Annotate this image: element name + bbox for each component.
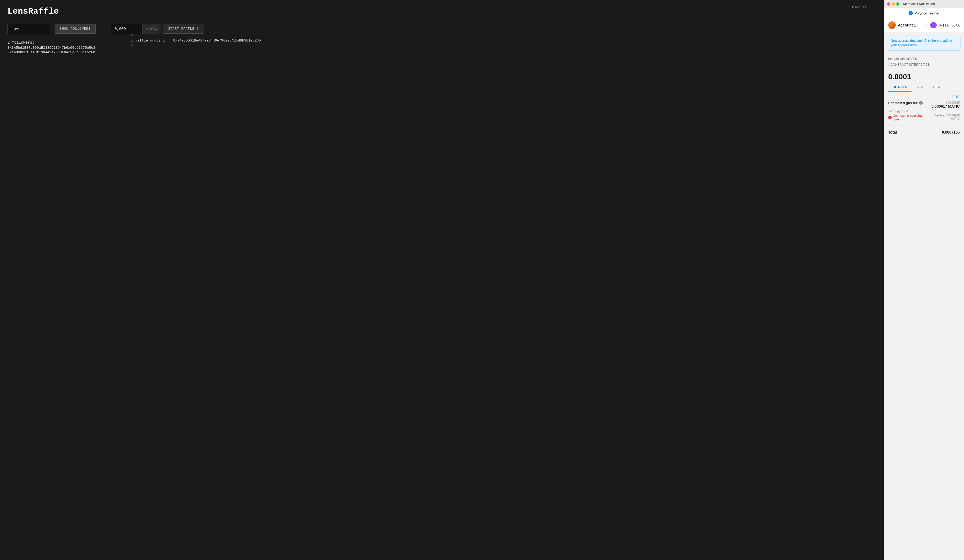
new-address-banner[interactable]: New address detected! Click here to add … bbox=[887, 36, 961, 50]
site-info: http://localhost:3000 CONTRACT INTERACTI… bbox=[884, 54, 964, 69]
show-followers-button[interactable]: SHOW FOLLOWERS bbox=[55, 24, 96, 34]
tab-details[interactable]: DETAILS bbox=[888, 82, 912, 91]
bullet-icon-1 bbox=[131, 34, 134, 36]
warning-icon: ! bbox=[888, 116, 892, 119]
arrow-icon: → bbox=[924, 23, 928, 28]
raffle-amount-input[interactable] bbox=[111, 24, 143, 34]
close-dot[interactable] bbox=[887, 2, 891, 6]
raffle-status-text: Raffle ongoing... 0xa408DDD1BeA8f798449e… bbox=[135, 39, 261, 42]
gas-fee-row: Estimated gas fee i 0.0006165 0.000617 M… bbox=[888, 101, 960, 108]
total-row: Total 0.0007165 bbox=[888, 130, 960, 134]
gas-fee-label: Estimated gas fee i bbox=[888, 101, 923, 105]
metamask-account-row[interactable]: Account 1 → 0x11A...054A bbox=[884, 18, 964, 33]
metamask-title: MetaMask Notification bbox=[903, 2, 935, 6]
new-address-text: New address detected! Click here to add … bbox=[891, 39, 957, 48]
start-raffle-button[interactable]: START RAFFLE ! bbox=[163, 24, 204, 34]
raffle-status-row: Raffle ongoing... 0xa408DDD1BeA8f798449e… bbox=[131, 39, 261, 42]
tab-hex[interactable]: HEX bbox=[929, 82, 944, 91]
minimize-dot[interactable] bbox=[892, 2, 895, 6]
account-address: 0x11A...054A bbox=[939, 23, 960, 27]
transaction-amount: 0.0001 bbox=[884, 69, 964, 82]
site-suggested-label: Site suggested bbox=[888, 109, 960, 113]
gas-fee-values: 0.0006165 0.000617 MATIC bbox=[931, 101, 960, 108]
edit-link[interactable]: EDIT bbox=[888, 95, 960, 99]
metamask-tabs: DETAILS DATA HEX bbox=[884, 82, 964, 92]
total-value: 0.0007165 bbox=[942, 130, 960, 134]
raffle-section: MATIC START RAFFLE ! bbox=[111, 24, 204, 34]
polygon-icon bbox=[930, 22, 937, 28]
currency-label: MATIC bbox=[143, 24, 161, 34]
details-divider bbox=[888, 125, 960, 126]
follower-search-input[interactable] bbox=[8, 24, 50, 34]
tab-data[interactable]: DATA bbox=[912, 82, 929, 91]
account-name: Account 1 bbox=[898, 23, 922, 27]
top-bar-text: Used te... bbox=[852, 5, 873, 9]
gas-info-icon[interactable]: i bbox=[919, 101, 923, 105]
raffle-bullet-1 bbox=[131, 34, 261, 36]
metamask-details: EDIT Estimated gas fee i 0.0006165 0.000… bbox=[884, 95, 964, 134]
metamask-titlebar: MetaMask Notification bbox=[884, 0, 964, 8]
bullet-icon-3 bbox=[131, 44, 134, 46]
metamask-network-bar: Polygon Testnet bbox=[884, 8, 964, 18]
total-label: Total bbox=[888, 130, 897, 134]
gas-fee-small: 0.0006165 bbox=[931, 101, 960, 104]
app-title: LensRaffle bbox=[8, 7, 871, 16]
bullet-icon-2 bbox=[131, 40, 134, 42]
network-name: Polygon Testnet bbox=[914, 11, 939, 15]
maximize-dot[interactable] bbox=[896, 2, 899, 6]
contract-interaction-badge: CONTRACT INTERACTION bbox=[888, 62, 933, 67]
controls-row: SHOW FOLLOWERS MATIC START RAFFLE ! bbox=[8, 24, 871, 34]
unknown-processing: ! Unknown processing time bbox=[888, 114, 927, 121]
follower-address-2: 0xa408DDD1BeA8f798449e79C0e8A25d8b301e52… bbox=[8, 50, 871, 54]
site-url: http://localhost:3000 bbox=[888, 57, 960, 61]
titlebar-dots bbox=[887, 2, 899, 6]
metamask-avatar bbox=[888, 21, 896, 29]
network-globe-icon bbox=[909, 11, 913, 15]
processing-row: ! Unknown processing time Max fee: 0.000… bbox=[888, 114, 960, 121]
raffle-bullet-3 bbox=[131, 44, 261, 46]
metamask-popup: MetaMask Notification Polygon Testnet Ac… bbox=[884, 0, 964, 560]
max-fee: Max fee: 0.0006165 MATIC bbox=[927, 114, 960, 120]
gas-fee-main: 0.000617 MATIC bbox=[931, 104, 960, 108]
